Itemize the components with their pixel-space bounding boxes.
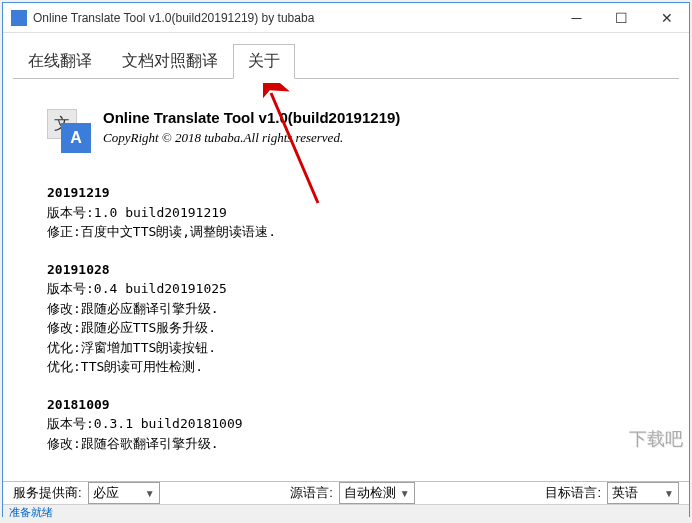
changelog-entry: 20191028 版本号:0.4 build20191025 修改:跟随必应翻译… bbox=[47, 260, 659, 377]
about-text: Online Translate Tool v1.0(build20191219… bbox=[103, 109, 400, 153]
provider-select[interactable]: 必应 ▼ bbox=[88, 482, 160, 504]
about-header: 文 A Online Translate Tool v1.0(build2019… bbox=[47, 109, 659, 153]
tab-label: 关于 bbox=[248, 52, 280, 69]
chevron-down-icon: ▼ bbox=[145, 488, 155, 499]
changelog-line: 修改:跟随必应TTS服务升级. bbox=[47, 318, 659, 338]
changelog-line: 修改:跟随谷歌翻译引擎升级. bbox=[47, 434, 659, 454]
tab-body-about: 文 A Online Translate Tool v1.0(build2019… bbox=[13, 79, 679, 481]
tab-about[interactable]: 关于 bbox=[233, 44, 295, 79]
app-icon-small bbox=[11, 10, 27, 26]
provider-value: 必应 bbox=[93, 484, 141, 502]
target-lang-select[interactable]: 英语 ▼ bbox=[607, 482, 679, 504]
tab-online-translate[interactable]: 在线翻译 bbox=[13, 44, 107, 79]
changelog-line: 版本号:0.4 build20191025 bbox=[47, 279, 659, 299]
tab-document-compare[interactable]: 文档对照翻译 bbox=[107, 44, 233, 79]
changelog-line: 修改:跟随必应翻译引擎升级. bbox=[47, 299, 659, 319]
changelog-entry: 20191219 版本号:1.0 build20191219 修正:百度中文TT… bbox=[47, 183, 659, 242]
changelog-entry: 20181009 版本号:0.3.1 build20181009 修改:跟随谷歌… bbox=[47, 395, 659, 454]
window-controls: ─ ☐ ✕ bbox=[554, 3, 689, 32]
tab-label: 文档对照翻译 bbox=[122, 52, 218, 69]
chevron-down-icon: ▼ bbox=[400, 488, 410, 499]
tab-strip: 在线翻译 文档对照翻译 关于 bbox=[13, 43, 679, 79]
icon-front-tile: A bbox=[61, 123, 91, 153]
changelog-date: 20191219 bbox=[47, 183, 659, 203]
source-lang-value: 自动检测 bbox=[344, 484, 396, 502]
target-lang-value: 英语 bbox=[612, 484, 660, 502]
close-button[interactable]: ✕ bbox=[644, 3, 689, 32]
chevron-down-icon: ▼ bbox=[664, 488, 674, 499]
about-title: Online Translate Tool v1.0(build20191219… bbox=[103, 109, 400, 126]
titlebar[interactable]: Online Translate Tool v1.0(build20191219… bbox=[3, 3, 689, 33]
app-window: Online Translate Tool v1.0(build20191219… bbox=[2, 2, 690, 517]
target-lang-label: 目标语言: bbox=[545, 484, 601, 502]
status-bar: 准备就绪 bbox=[3, 504, 689, 520]
changelog: 20191219 版本号:1.0 build20191219 修正:百度中文TT… bbox=[47, 183, 659, 453]
source-lang-select[interactable]: 自动检测 ▼ bbox=[339, 482, 415, 504]
window-title: Online Translate Tool v1.0(build20191219… bbox=[33, 11, 554, 25]
about-copyright: CopyRight © 2018 tubaba.All rights reser… bbox=[103, 130, 400, 146]
changelog-date: 20191028 bbox=[47, 260, 659, 280]
changelog-line: 版本号:0.3.1 build20181009 bbox=[47, 414, 659, 434]
changelog-line: 修正:百度中文TTS朗读,调整朗读语速. bbox=[47, 222, 659, 242]
minimize-button[interactable]: ─ bbox=[554, 3, 599, 32]
changelog-date: 20181009 bbox=[47, 395, 659, 415]
maximize-button[interactable]: ☐ bbox=[599, 3, 644, 32]
source-lang-label: 源语言: bbox=[290, 484, 333, 502]
bottom-toolbar: 服务提供商: 必应 ▼ 源语言: 自动检测 ▼ 目标语言: 英语 ▼ bbox=[3, 481, 689, 504]
content-area: 在线翻译 文档对照翻译 关于 文 A Online Translate Tool… bbox=[3, 33, 689, 481]
changelog-line: 优化:浮窗增加TTS朗读按钮. bbox=[47, 338, 659, 358]
tab-label: 在线翻译 bbox=[28, 52, 92, 69]
translate-icon: 文 A bbox=[47, 109, 91, 153]
provider-label: 服务提供商: bbox=[13, 484, 82, 502]
changelog-line: 版本号:1.0 build20191219 bbox=[47, 203, 659, 223]
status-text: 准备就绪 bbox=[9, 505, 53, 520]
changelog-line: 优化:TTS朗读可用性检测. bbox=[47, 357, 659, 377]
